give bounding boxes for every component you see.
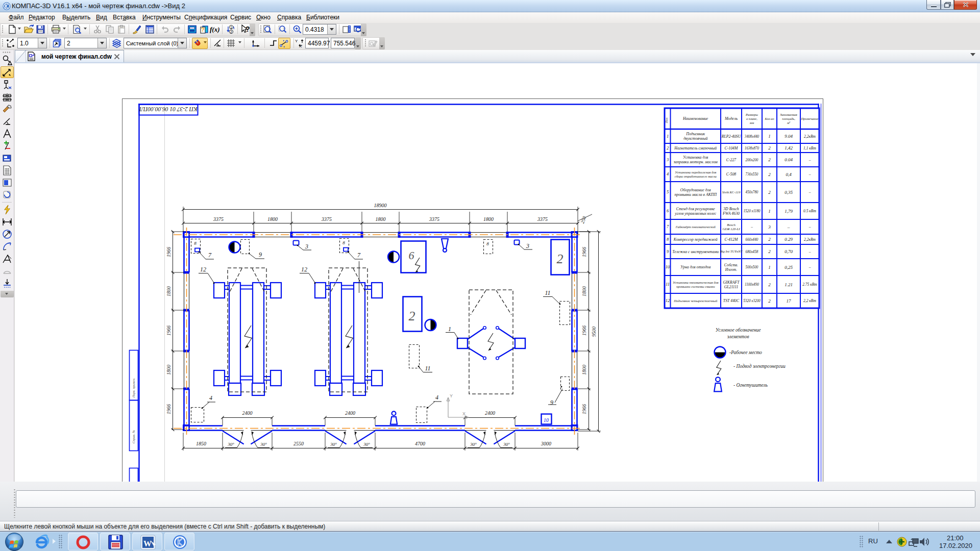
svg-text:Подъемник четырехстоечный: Подъемник четырехстоечный — [673, 299, 718, 303]
svg-text:2: 2 — [768, 172, 771, 177]
svg-text:1: 1 — [448, 325, 451, 333]
svg-text:С-508: С-508 — [726, 172, 737, 177]
svg-text:Наименование: Наименование — [682, 116, 708, 121]
svg-text:2: 2 — [768, 249, 771, 254]
svg-text:1800: 1800 — [267, 216, 278, 222]
svg-text:промывки системы смазки: промывки системы смазки — [676, 285, 715, 288]
svg-text:0.29: 0.29 — [785, 237, 793, 242]
svg-text:1800: 1800 — [581, 286, 587, 296]
svg-text:Подъемник: Подъемник — [685, 132, 705, 136]
svg-text:2: 2 — [768, 298, 771, 304]
svg-text:8: 8 — [194, 241, 197, 246]
svg-text:Занимаемая: Занимаемая — [780, 113, 797, 116]
svg-text:1: 1 — [230, 26, 232, 29]
svg-text:10: 10 — [666, 264, 670, 269]
svg-text:2: 2 — [768, 157, 771, 162]
svg-text:1966: 1966 — [581, 247, 587, 257]
svg-text:Bosch: Bosch — [727, 223, 736, 227]
svg-text:1.21: 1.21 — [785, 282, 793, 287]
svg-text:9500: 9500 — [591, 327, 597, 337]
svg-text:–: – — [808, 265, 811, 269]
svg-text:1966: 1966 — [166, 325, 172, 336]
svg-text:1,79: 1,79 — [785, 209, 793, 214]
svg-text:2: 2 — [768, 190, 771, 195]
svg-text:1850: 1850 — [196, 441, 206, 446]
svg-text:Big Int TUYxNT: Big Int TUYxNT — [720, 249, 743, 253]
svg-text:в плане,: в плане, — [746, 117, 757, 120]
svg-text:Y: Y — [450, 393, 453, 398]
svg-text:450х780: 450х780 — [746, 190, 758, 194]
svg-text:8: 8 — [486, 241, 489, 246]
svg-text:Справ. №: Справ. № — [132, 430, 135, 443]
svg-text:1: 1 — [768, 265, 771, 270]
svg-text:заправки моторн. маслом: заправки моторн. маслом — [673, 160, 718, 164]
svg-text:3375: 3375 — [213, 216, 224, 222]
svg-text:Тележка с инструментами: Тележка с инструментами — [672, 249, 719, 254]
svg-text:промывки масла в АКПП: промывки масла в АКПП — [674, 192, 717, 197]
svg-text:мм: мм — [749, 121, 754, 124]
svg-text:4700: 4700 — [415, 441, 425, 446]
svg-text:TST 440C: TST 440C — [723, 298, 740, 303]
svg-text:Условное обозначение: Условное обозначение — [716, 328, 761, 333]
svg-text:Sivik КС-119: Sivik КС-119 — [722, 190, 741, 194]
svg-text:Примечание: Примечание — [801, 117, 819, 120]
svg-text:Кол-во: Кол-во — [764, 117, 774, 120]
svg-text:Изгот.: Изгот. — [725, 267, 737, 272]
svg-text:1800: 1800 — [376, 216, 386, 222]
svg-text:2: 2 — [409, 309, 415, 323]
svg-text:3000: 3000 — [541, 441, 551, 446]
svg-text:Нагнетатель смазочный: Нагнетатель смазочный — [674, 146, 717, 151]
svg-text:2400: 2400 — [242, 410, 253, 416]
svg-text:1966: 1966 — [166, 247, 172, 257]
svg-text:Установка передвижная для: Установка передвижная для — [675, 170, 716, 174]
svg-text:площадь,: площадь, — [782, 117, 795, 120]
svg-text:18900: 18900 — [374, 203, 387, 208]
svg-text:–: – — [808, 172, 811, 177]
svg-text:2400: 2400 — [345, 410, 355, 416]
svg-text:30°: 30° — [503, 442, 510, 447]
svg-text:–: – — [808, 224, 811, 229]
svg-text:3D Bosch: 3D Bosch — [723, 207, 739, 211]
svg-text:С-227: С-227 — [726, 158, 737, 162]
svg-text:Урна для отходов: Урна для отходов — [680, 265, 711, 269]
svg-text:12: 12 — [200, 266, 206, 273]
svg-text:–: – — [787, 224, 790, 230]
svg-text:Собств.: Собств. — [724, 263, 738, 267]
svg-text:С-412М: С-412М — [725, 237, 738, 242]
svg-text:5: 5 — [667, 189, 669, 194]
svg-text:Поз: Поз — [665, 117, 668, 123]
svg-text:3375: 3375 — [429, 216, 439, 222]
svg-text:12: 12 — [301, 266, 307, 273]
svg-text:RLP2-40SU: RLP2-40SU — [721, 134, 742, 139]
svg-text:3408х440: 3408х440 — [744, 135, 760, 139]
svg-text:2: 2 — [768, 282, 771, 287]
svg-text:Оборудование для: Оборудование для — [680, 188, 711, 192]
svg-text:7: 7 — [357, 252, 361, 259]
svg-text:9: 9 — [550, 399, 553, 406]
svg-text:X: X — [462, 411, 465, 416]
svg-text:Установка пневматическая для: Установка пневматическая для — [673, 281, 719, 284]
svg-text:FWA 4630: FWA 4630 — [722, 211, 740, 216]
svg-text:730х550: 730х550 — [746, 172, 758, 177]
svg-text:30°: 30° — [470, 442, 477, 447]
svg-text:4: 4 — [209, 394, 212, 402]
svg-text:1520 х1180: 1520 х1180 — [743, 209, 761, 213]
svg-text:30°: 30° — [227, 442, 234, 447]
svg-text:Гайковёрт пневматический: Гайковёрт пневматический — [675, 225, 716, 229]
svg-text:5320 х3200: 5320 х3200 — [743, 299, 761, 303]
svg-text:2550: 2550 — [293, 441, 304, 446]
svg-text:GDR 120-LI: GDR 120-LI — [722, 227, 740, 231]
svg-text:6: 6 — [409, 249, 414, 262]
svg-text:17: 17 — [787, 298, 792, 304]
svg-text:0,70: 0,70 — [785, 249, 793, 254]
svg-text:Перв. примен.: Перв. примен. — [132, 378, 135, 398]
svg-text:- Огнетушитель: - Огнетушитель — [733, 383, 768, 388]
svg-text:1: 1 — [768, 134, 771, 139]
svg-text:–: – — [808, 190, 811, 194]
svg-text:Установка для: Установка для — [683, 155, 708, 160]
svg-text:1800: 1800 — [166, 286, 172, 296]
svg-text:11: 11 — [545, 289, 550, 296]
svg-text:7: 7 — [208, 252, 212, 259]
svg-text:?: ? — [201, 27, 205, 33]
svg-text:1100х490: 1100х490 — [745, 283, 759, 287]
